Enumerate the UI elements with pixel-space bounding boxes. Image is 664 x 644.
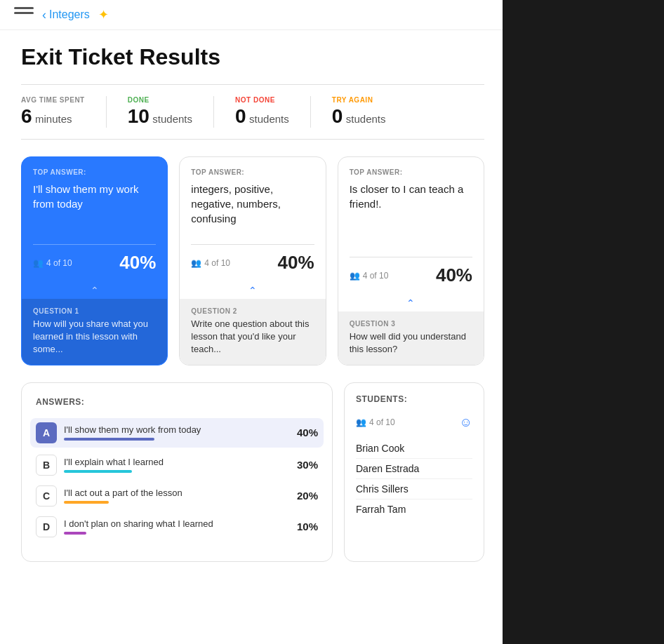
stat-value: 10 students bbox=[128, 105, 192, 128]
answer-letter-b: B bbox=[36, 455, 57, 476]
student-name-0: Brian Cook bbox=[356, 438, 472, 459]
question-card-2[interactable]: TOP ANSWER: integers, positive, negative… bbox=[179, 156, 326, 365]
people-icon: 👥 bbox=[191, 258, 201, 268]
answer-text: I'll act out a part of the lesson bbox=[64, 488, 290, 498]
page-title: Exit Ticket Results bbox=[21, 44, 484, 70]
student-name-1: Daren Estrada bbox=[356, 459, 472, 479]
stat-unit: students bbox=[249, 113, 289, 125]
card-percent: 40% bbox=[119, 252, 156, 274]
back-navigation[interactable]: ‹ Integers bbox=[42, 8, 90, 22]
answers-title: ANSWERS: bbox=[36, 397, 318, 407]
stat-item-1: DONE 10 students bbox=[128, 96, 214, 128]
question-number-label: QUESTION 2 bbox=[191, 307, 314, 315]
answer-percent: 40% bbox=[297, 427, 318, 438]
question-text: How well did you understand this lesson? bbox=[350, 330, 472, 356]
answer-content: I'll explain what I learned bbox=[64, 457, 290, 473]
back-label: Integers bbox=[49, 8, 90, 21]
stat-item-0: AVG TIME SPENT 6 minutes bbox=[21, 96, 107, 128]
answer-item-c[interactable]: C I'll act out a part of the lesson 20% bbox=[36, 485, 318, 507]
count-value: 4 of 10 bbox=[204, 258, 230, 268]
top-answer-text: Is closer to I can teach a friend!. bbox=[350, 182, 472, 211]
main-content: Exit Ticket Results AVG TIME SPENT 6 min… bbox=[0, 30, 505, 576]
card-divider bbox=[350, 257, 472, 257]
sidebar-toggle-button[interactable] bbox=[14, 7, 34, 22]
answer-percent: 30% bbox=[297, 459, 318, 471]
count-value: 4 of 10 bbox=[46, 258, 72, 268]
stat-number: 0 bbox=[332, 105, 343, 127]
question-number-label: QUESTION 3 bbox=[350, 320, 472, 328]
stat-number: 6 bbox=[21, 105, 32, 127]
students-title: STUDENTS: bbox=[356, 394, 472, 404]
card-stats: 👥 4 of 10 40% bbox=[180, 252, 325, 282]
stat-item-2: NOT DONE 0 students bbox=[235, 96, 311, 128]
card-stats: 👥 4 of 10 40% bbox=[22, 252, 167, 282]
stat-item-3: TRY AGAIN 0 students bbox=[332, 96, 407, 128]
card-bottom: QUESTION 3 How well did you understand t… bbox=[338, 311, 484, 364]
people-icon: 👥 bbox=[350, 271, 360, 281]
stat-label: AVG TIME SPENT bbox=[21, 96, 85, 104]
student-name-2: Chris Sillers bbox=[356, 479, 472, 499]
answer-content: I'll act out a part of the lesson bbox=[64, 488, 290, 504]
answer-content: I don't plan on sharing what I learned bbox=[64, 518, 290, 535]
smiley-icon[interactable]: ☺ bbox=[460, 415, 472, 430]
students-count-value: 4 of 10 bbox=[369, 417, 395, 427]
expand-icon[interactable]: ⌃ bbox=[180, 282, 325, 299]
question-card-3[interactable]: TOP ANSWER: Is closer to I can teach a f… bbox=[338, 156, 484, 365]
chevron-left-icon: ‹ bbox=[42, 8, 46, 22]
top-bar-left: ‹ Integers ✦ bbox=[14, 7, 109, 22]
stat-value: 6 minutes bbox=[21, 105, 85, 128]
card-stats: 👥 4 of 10 40% bbox=[338, 264, 484, 295]
students-panel: STUDENTS: 👥 4 of 10 ☺ Brian CookDaren Es… bbox=[344, 382, 484, 562]
stat-unit: minutes bbox=[35, 113, 72, 125]
answer-percent: 20% bbox=[297, 490, 318, 502]
questions-row: TOP ANSWER: I'll show them my work from … bbox=[21, 156, 484, 365]
card-count: 👥 4 of 10 bbox=[191, 258, 230, 268]
people-icon: 👥 bbox=[356, 417, 366, 427]
card-bottom: QUESTION 1 How will you share what you l… bbox=[22, 299, 167, 365]
card-percent: 40% bbox=[436, 264, 472, 286]
answer-bar bbox=[64, 501, 109, 504]
students-count-row: 👥 4 of 10 ☺ bbox=[356, 415, 472, 430]
card-bottom: QUESTION 2 Write one question about this… bbox=[180, 299, 325, 365]
answer-letter-a: A bbox=[36, 422, 57, 443]
count-value: 4 of 10 bbox=[363, 271, 389, 281]
sparkle-icon: ✦ bbox=[98, 7, 109, 22]
answer-percent: 10% bbox=[297, 521, 318, 532]
students-count: 👥 4 of 10 bbox=[356, 417, 395, 427]
stat-unit: students bbox=[152, 113, 192, 125]
answers-list: A I'll show them my work from today 40% … bbox=[36, 418, 318, 537]
stat-value: 0 students bbox=[332, 105, 386, 128]
answer-text: I'll explain what I learned bbox=[64, 457, 290, 467]
stat-number: 0 bbox=[235, 105, 246, 127]
answer-bar bbox=[64, 438, 154, 441]
expand-icon[interactable]: ⌃ bbox=[22, 282, 167, 299]
answer-item-b[interactable]: B I'll explain what I learned 30% bbox=[36, 455, 318, 476]
answer-bar bbox=[64, 532, 86, 535]
people-icon: 👥 bbox=[33, 258, 44, 268]
card-divider bbox=[191, 244, 314, 245]
answer-bar bbox=[64, 470, 132, 473]
top-answer-label: TOP ANSWER: bbox=[33, 168, 156, 176]
top-answer-label: TOP ANSWER: bbox=[350, 168, 472, 176]
expand-icon[interactable]: ⌃ bbox=[338, 295, 484, 311]
card-count: 👥 4 of 10 bbox=[33, 258, 72, 268]
question-card-1[interactable]: TOP ANSWER: I'll show them my work from … bbox=[21, 156, 168, 365]
stat-unit: students bbox=[346, 113, 386, 125]
answers-panel: ANSWERS: A I'll show them my work from t… bbox=[21, 382, 333, 562]
stat-label: TRY AGAIN bbox=[332, 96, 386, 104]
stat-label: NOT DONE bbox=[235, 96, 289, 104]
card-top: TOP ANSWER: I'll show them my work from … bbox=[22, 157, 167, 237]
card-top: TOP ANSWER: Is closer to I can teach a f… bbox=[338, 157, 484, 250]
answer-letter-d: D bbox=[36, 516, 57, 537]
card-percent: 40% bbox=[278, 252, 314, 274]
stat-value: 0 students bbox=[235, 105, 289, 128]
answer-letter-c: C bbox=[36, 485, 57, 507]
top-answer-text: I'll show them my work from today bbox=[33, 182, 156, 211]
stat-number: 10 bbox=[128, 105, 150, 127]
student-name-3: Farrah Tam bbox=[356, 499, 472, 519]
question-text: How will you share what you learned in t… bbox=[33, 318, 156, 356]
answer-text: I don't plan on sharing what I learned bbox=[64, 518, 290, 529]
answer-item-d[interactable]: D I don't plan on sharing what I learned… bbox=[36, 516, 318, 537]
answer-content: I'll show them my work from today bbox=[64, 424, 290, 441]
answer-item-a[interactable]: A I'll show them my work from today 40% bbox=[30, 418, 324, 448]
